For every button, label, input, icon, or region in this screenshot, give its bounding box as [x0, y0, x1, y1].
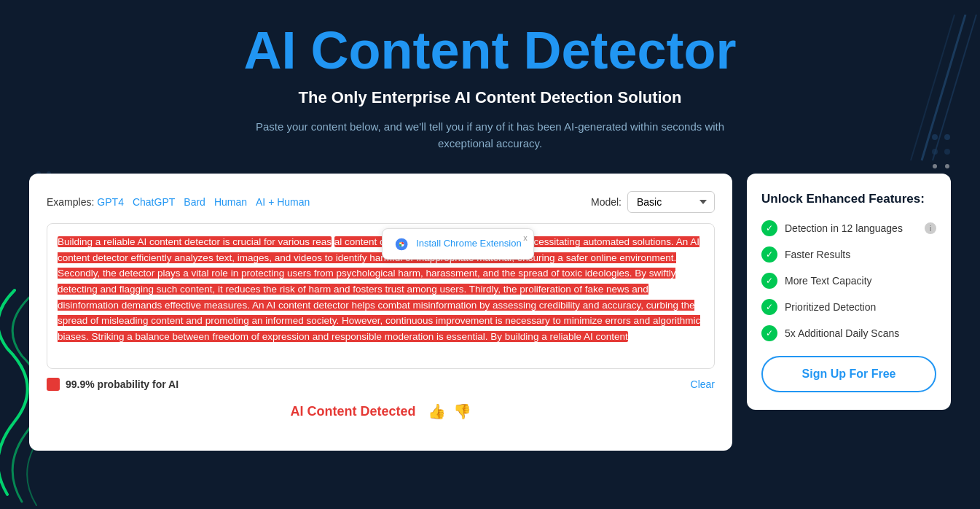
feature-label-1: Detection in 12 languages — [785, 222, 903, 234]
feature-item-3: ✓ More Text Capacity — [761, 273, 936, 289]
detection-result-row: AI Content Detected 👍 👎 — [47, 403, 715, 420]
feature-label-3: More Text Capacity — [785, 275, 872, 287]
detection-result-label: AI Content Detected — [290, 404, 415, 419]
highlighted-content: Building a reliable AI content detector … — [58, 236, 332, 247]
check-icon-4: ✓ — [761, 299, 777, 315]
chrome-popup-close[interactable]: x — [523, 232, 528, 245]
ai-indicator-square — [47, 378, 60, 391]
feature-item-5: ✓ 5x Additional Daily Scans — [761, 325, 936, 341]
thumbs-down-icon[interactable]: 👎 — [453, 403, 471, 420]
check-icon-5: ✓ — [761, 325, 777, 341]
feature-item-2: ✓ Faster Results — [761, 246, 936, 263]
text-input-area[interactable]: Building a reliable AI content detector … — [47, 223, 715, 369]
page-description: Paste your content below, and we'll tell… — [235, 119, 745, 152]
example-gpt4[interactable]: GPT4 — [97, 196, 124, 208]
examples-model-row: Examples: GPT4 ChatGPT Bard Human AI + H… — [47, 191, 715, 213]
feedback-icons: 👍 👎 — [428, 403, 471, 420]
check-icon-3: ✓ — [761, 273, 777, 289]
signup-button[interactable]: Sign Up For Free — [761, 356, 936, 392]
feature-label-5: 5x Additional Daily Scans — [785, 327, 899, 339]
info-icon-1[interactable]: i — [925, 222, 936, 234]
feature-label-4: Prioritized Detection — [785, 301, 876, 313]
probability-text: 99.9% probability for AI — [66, 378, 179, 390]
features-title: Unlock Enhanced Features: — [761, 191, 936, 207]
main-content: Examples: GPT4 ChatGPT Bard Human AI + H… — [29, 174, 951, 451]
features-card: Unlock Enhanced Features: ✓ Detection in… — [747, 174, 951, 410]
model-select[interactable]: Basic Advanced Premium — [627, 191, 715, 213]
check-icon-1: ✓ — [761, 220, 777, 236]
page-subtitle: The Only Enterprise AI Content Detection… — [29, 88, 951, 107]
example-chatgpt[interactable]: ChatGPT — [133, 196, 175, 208]
detector-card: Examples: GPT4 ChatGPT Bard Human AI + H… — [29, 174, 732, 451]
page-title: AI Content Detector — [29, 22, 951, 79]
clear-button[interactable]: Clear — [691, 378, 715, 390]
examples-section: Examples: GPT4 ChatGPT Bard Human AI + H… — [47, 196, 310, 208]
probability-badge: 99.9% probability for AI — [47, 378, 179, 391]
highlighted-content-2: al content overwhelms human moderators, … — [58, 236, 700, 342]
chrome-extension-popup: x Install Chrome Extension — [382, 228, 534, 260]
feature-label-2: Faster Results — [785, 249, 850, 260]
thumbs-up-icon[interactable]: 👍 — [428, 403, 446, 420]
chrome-extension-link[interactable]: Install Chrome Extension — [416, 236, 522, 252]
check-icon-2: ✓ — [761, 246, 777, 263]
example-bard[interactable]: Bard — [184, 196, 205, 208]
header: AI Content Detector The Only Enterprise … — [29, 22, 951, 152]
model-label: Model: — [591, 196, 622, 208]
example-ai-human[interactable]: AI + Human — [256, 196, 310, 208]
feature-item-1: ✓ Detection in 12 languages i — [761, 220, 936, 236]
chrome-icon — [394, 237, 409, 252]
model-selector-row: Model: Basic Advanced Premium — [591, 191, 715, 213]
examples-label: Examples: — [47, 196, 94, 208]
example-human[interactable]: Human — [214, 196, 247, 208]
feature-item-4: ✓ Prioritized Detection — [761, 299, 936, 315]
card-bottom-row: 99.9% probability for AI Clear — [47, 378, 715, 391]
